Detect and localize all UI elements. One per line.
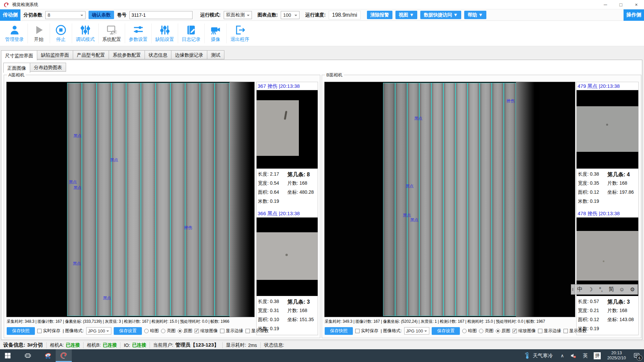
taskbar-clock[interactable]: 20:13 2025/2/10 — [604, 351, 629, 361]
clear-alarm-button[interactable]: 清除报警 — [367, 11, 392, 19]
snipping-tool-icon[interactable] — [40, 349, 56, 362]
toolbar-item-defect-sliders[interactable]: 缺陷设置 — [151, 23, 178, 43]
original-image-radio[interactable]: 原图 — [496, 328, 510, 334]
checkbox[interactable] — [220, 329, 224, 333]
defect-card[interactable]: 367 挫伤 |20:13:38 长度: 2.17第几条: 8宽度: 0.54片… — [257, 82, 318, 207]
help-menu-button[interactable]: 帮助 ▼ — [464, 11, 486, 19]
vision-app-taskbar-icon[interactable] — [56, 349, 72, 362]
bright-image-radio[interactable]: 亮图 — [479, 328, 493, 334]
show-edges-checkbox[interactable]: 显示边缘 — [538, 328, 561, 334]
minimize-button[interactable]: ─ — [598, 0, 613, 9]
ime-mode-chinese[interactable]: 中 — [575, 286, 585, 293]
operator-side-button[interactable]: 操作侧 — [624, 9, 644, 21]
camera-a-image[interactable]: 黑点黑点黑点黑点挫伤黑点黑点 — [6, 82, 255, 317]
volume-muted-icon[interactable] — [567, 349, 580, 362]
drive-side-button[interactable]: 传动侧 — [0, 9, 20, 21]
image-format-select[interactable]: JPG 100 — [86, 327, 112, 335]
run-mode-select[interactable]: 双面检测 — [224, 11, 252, 19]
zoom-image-checkbox[interactable]: 缩放图像 — [513, 328, 536, 334]
maximize-button[interactable]: □ — [613, 0, 629, 9]
defect-field: 坐标: 480.28 — [287, 189, 314, 198]
toolbar-item-log-book[interactable]: 日志记录 — [178, 23, 204, 43]
defect-field: 第几条: 8 — [287, 171, 310, 180]
ime-drag-handle[interactable]: ‖ — [571, 285, 575, 294]
checkbox[interactable] — [564, 329, 568, 333]
chart-points-select[interactable]: 100 — [281, 11, 300, 19]
show-strips-checkbox[interactable]: 显示条数 — [246, 328, 269, 334]
radio-button[interactable] — [462, 329, 467, 333]
close-button[interactable]: × — [629, 0, 644, 9]
task-view-button[interactable] — [20, 349, 36, 362]
radio-button[interactable] — [161, 329, 165, 333]
tab-5[interactable]: 边缘数据记录 — [171, 50, 207, 59]
checkbox[interactable] — [355, 329, 360, 333]
data-quick-access-menu-button[interactable]: 数据快捷访问 ▼ — [420, 11, 461, 19]
ime-punctuation-icon[interactable]: °, — [596, 287, 606, 293]
toolbar-item-user[interactable]: 管理登录 — [1, 23, 28, 43]
defect-card-header: 479 黑点 |20:13:38 — [577, 82, 638, 90]
ime-fullwidth-icon[interactable]: ☽ — [585, 286, 595, 293]
ime-emoji-icon[interactable]: ☺ — [616, 287, 627, 293]
zoom-image-checkbox[interactable]: 缩放图像 — [195, 328, 218, 334]
bright-image-radio[interactable]: 亮图 — [161, 328, 175, 334]
tray-expand-chevron[interactable]: ∧ — [557, 349, 567, 362]
start-button[interactable] — [0, 349, 15, 362]
tab-1[interactable]: 缺陷监控界面 — [37, 50, 73, 59]
show-strips-checkbox[interactable]: 显示条数 — [564, 328, 587, 334]
checkbox[interactable] — [246, 329, 250, 333]
tab-3[interactable]: 系统参数配置 — [109, 50, 145, 59]
ime-mode-indicator[interactable]: 拼 — [591, 349, 604, 362]
radio-button[interactable] — [144, 329, 149, 333]
checkbox[interactable] — [513, 329, 517, 333]
show-edges-checkbox[interactable]: 显示边缘 — [220, 328, 243, 334]
tab-6[interactable]: 测试 — [207, 50, 224, 59]
realtime-save[interactable]: 实时保存 — [355, 328, 378, 334]
ime-settings-gear-icon[interactable]: ⚙ — [627, 286, 638, 293]
image-format-select[interactable]: JPG 100 — [404, 327, 430, 335]
notification-center-button[interactable]: 6 — [629, 349, 644, 362]
toolbar-item-params-sliders[interactable]: 参数设置 — [125, 23, 151, 43]
slit-count-select[interactable]: 8 — [45, 11, 86, 19]
ime-language-bar[interactable]: ‖ 中☽°,简☺⚙ — [571, 284, 638, 295]
radio-button[interactable] — [479, 329, 483, 333]
save-snapshot-button[interactable]: 保存快照 — [7, 327, 35, 335]
checkbox[interactable] — [195, 329, 199, 333]
checkbox[interactable] — [538, 329, 542, 333]
camera-b-controls: 保存快照实时保存| 图像格式:JPG 100保存设置暗图亮图原图缩放图像显示边缘… — [325, 326, 587, 336]
toolbar-item-camera[interactable]: 摄像 — [204, 23, 226, 43]
checkbox[interactable] — [37, 329, 42, 333]
radio-button[interactable] — [496, 329, 500, 333]
language-indicator[interactable]: 英 — [580, 349, 591, 362]
save-snapshot-button[interactable]: 保存快照 — [325, 327, 353, 335]
toolbar-item-play[interactable]: 开始 — [28, 23, 50, 43]
ime-simplified-icon[interactable]: 简 — [606, 286, 616, 293]
radio-button[interactable] — [178, 329, 182, 333]
defect-card[interactable]: 478 挫伤 |20:13:38 长度: 0.57第几条: 3宽度: 0.21片… — [577, 209, 638, 335]
defect-field: 宽度: 0.21 — [578, 308, 607, 317]
defect-mark — [606, 124, 608, 126]
tab-4[interactable]: 状态信息 — [145, 50, 171, 59]
view-menu-button[interactable]: 视图 ▼ — [395, 11, 418, 19]
subtab-0[interactable]: 正面图像 — [3, 63, 30, 73]
save-settings-button[interactable]: 保存设置 — [114, 327, 142, 335]
window-title: 视觉检测系统 — [12, 2, 38, 8]
toolbar-item-system-config[interactable]: 系统配置 — [98, 23, 125, 43]
dark-image-radio[interactable]: 暗图 — [462, 328, 477, 334]
toolbar-item-stop[interactable]: 停止 — [50, 23, 72, 43]
tab-0[interactable]: 尺寸监控界面 — [1, 50, 37, 60]
defect-card[interactable]: 479 黑点 |20:13:38 长度: 0.38第几条: 4宽度: 0.35片… — [577, 82, 638, 207]
toolbar-item-exit[interactable]: 退出程序 — [226, 23, 253, 43]
roll-number-input[interactable] — [129, 11, 193, 19]
toolbar-item-debug-sliders[interactable]: 调试模式 — [72, 23, 98, 43]
confirm-count-button[interactable]: 确认条数 — [89, 11, 114, 19]
weather-tray-item[interactable]: 天气寒冷 — [520, 352, 557, 359]
defect-card[interactable]: 366 黑点 |20:13:38 长度: 0.38第几条: 3宽度: 0.31片… — [257, 209, 318, 335]
subtab-1[interactable]: 分布趋势图表 — [30, 63, 66, 72]
camera-b-image[interactable]: 挫伤黑点黑点黑点黑点 — [324, 82, 575, 317]
material-strip — [480, 83, 492, 316]
original-image-radio[interactable]: 原图 — [178, 328, 192, 334]
tab-2[interactable]: 产品型号配置 — [73, 50, 109, 59]
dark-image-radio[interactable]: 暗图 — [144, 328, 159, 334]
save-settings-button[interactable]: 保存设置 — [432, 327, 460, 335]
realtime-save[interactable]: 实时保存 — [37, 328, 60, 334]
